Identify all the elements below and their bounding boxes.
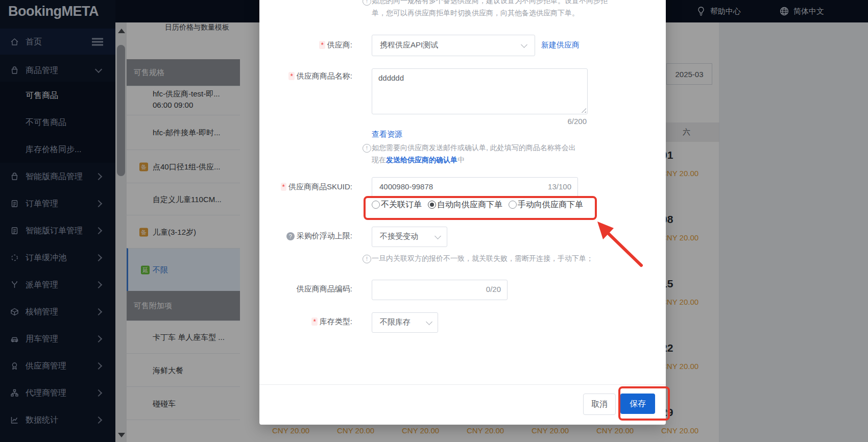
resize-handle[interactable] [581, 108, 586, 113]
skuid-input[interactable]: 4000980-99878 13/100 [372, 177, 578, 198]
skuid-counter: 13/100 [548, 182, 571, 191]
name-counter: 6/200 [372, 117, 587, 126]
price-float-select[interactable]: 不接受变动 [372, 227, 447, 247]
skuid-label: *供应商商品SKUID: [281, 182, 352, 192]
footer-divider [259, 384, 666, 385]
product-name-label: *供应商商品名称: [288, 71, 352, 81]
chevron-down-icon [426, 318, 432, 325]
product-code-input[interactable]: 0/20 [372, 280, 508, 300]
annotation-rect-save [618, 386, 670, 421]
annotation-arrow [591, 218, 647, 269]
stock-type-select[interactable]: 不限库存 [372, 312, 438, 333]
name-note: 如您需要向供应商发送邮件或确认单, 此处填写的商品名称将会出 现在发送给供应商的… [372, 141, 627, 166]
info-icon: ! [363, 0, 371, 6]
chevron-down-icon [435, 233, 441, 239]
supplier-label: *供应商: [319, 40, 352, 50]
cancel-button[interactable]: 取消 [583, 394, 616, 415]
chevron-down-icon [521, 41, 527, 48]
stock-type-label: *库存类型: [311, 317, 352, 327]
confirmation-sheet-link[interactable]: 发送给供应商的确认单 [386, 156, 457, 164]
info-icon: ! [363, 255, 371, 263]
info-icon: ! [363, 144, 371, 153]
new-supplier-link[interactable]: 新建供应商 [541, 40, 580, 50]
question-icon: ? [286, 232, 295, 240]
product-code-label: 供应商商品编码: [297, 284, 352, 294]
supplier-select[interactable]: 携程供应API测试 [372, 35, 535, 56]
product-name-textarea[interactable]: dddddd [372, 68, 588, 114]
view-resource-link[interactable]: 查看资源 [372, 130, 402, 139]
code-counter: 0/20 [486, 285, 501, 293]
annotation-rect-radio [364, 196, 597, 220]
top-note: 如您的同一规格有多个备选供应商，建议设置为不同步拒单。设置不同步拒单，您可以再供… [372, 0, 617, 19]
price-float-label: ?采购价浮动上限: [286, 231, 352, 241]
